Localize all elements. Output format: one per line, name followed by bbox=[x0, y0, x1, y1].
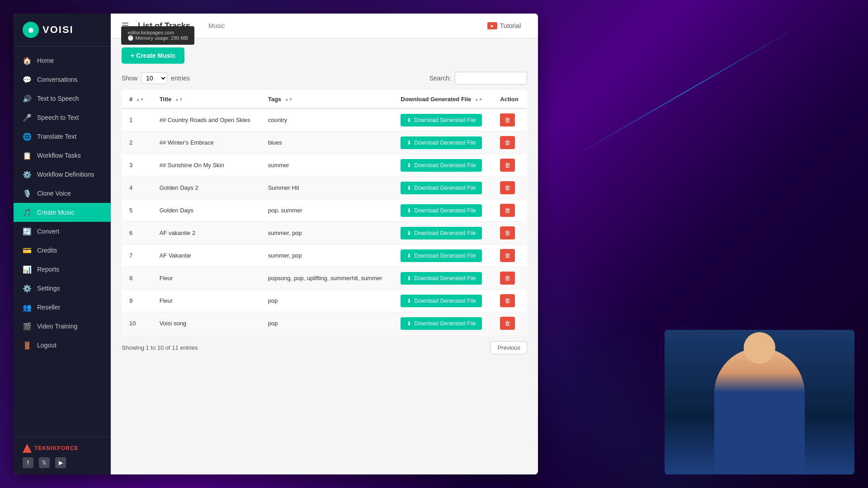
reseller-icon: 👥 bbox=[23, 303, 32, 312]
table-body: 1 ## Country Roads and Open Skies countr… bbox=[122, 108, 527, 335]
sidebar-item-reseller[interactable]: 👥 Reseller bbox=[14, 298, 111, 317]
create-music-icon: 🎵 bbox=[23, 208, 32, 217]
cell-title: ## Country Roads and Open Skies bbox=[152, 108, 261, 131]
sidebar-item-translate-text[interactable]: 🌐 Translate Text bbox=[14, 127, 111, 146]
delete-button[interactable]: 🗑 bbox=[500, 226, 515, 239]
memory-label: Memory usage: 290 MB bbox=[135, 35, 188, 41]
cell-tags: popsong, pop, uplifting, summerhit, summ… bbox=[261, 267, 394, 290]
create-music-label: Create Music bbox=[37, 209, 74, 216]
convert-icon: 🔄 bbox=[23, 227, 32, 236]
table-row: 4 Golden Days 2 Summer Hit ⬇ Download Ge… bbox=[122, 177, 527, 199]
delete-button[interactable]: 🗑 bbox=[500, 294, 515, 307]
previous-button[interactable]: Previous bbox=[491, 341, 527, 354]
memory-usage: 🕐 Memory usage: 290 MB bbox=[127, 35, 188, 41]
cell-download: ⬇ Download Generated File bbox=[393, 131, 493, 154]
credits-icon: 💳 bbox=[23, 246, 32, 255]
delete-button[interactable]: 🗑 bbox=[500, 159, 515, 172]
table-row: 10 Voisi song pop ⬇ Download Generated F… bbox=[122, 312, 527, 335]
main-content: ☰ List of Tracks Music Tutorial editor.k… bbox=[111, 14, 538, 474]
sidebar-item-logout[interactable]: 🚪 Logout bbox=[14, 336, 111, 355]
sidebar-item-clone-voice[interactable]: 🎙️ Clone Voice bbox=[14, 184, 111, 203]
col-download[interactable]: Download Generated File ▲▼ bbox=[393, 90, 493, 109]
social-links: f 𝕏 ▶ bbox=[23, 457, 102, 468]
top-bar: ☰ List of Tracks Music Tutorial editor.k… bbox=[111, 14, 538, 38]
sidebar-item-home[interactable]: 🏠 Home bbox=[14, 51, 111, 70]
delete-button[interactable]: 🗑 bbox=[500, 181, 515, 194]
cell-action: 🗑 bbox=[493, 267, 527, 290]
breadcrumb-music: Music bbox=[208, 22, 225, 29]
cell-title: Golden Days 2 bbox=[152, 177, 261, 199]
sidebar-logo: ◉ VOISI bbox=[14, 14, 111, 47]
logout-label: Logout bbox=[37, 342, 57, 349]
delete-button[interactable]: 🗑 bbox=[500, 136, 515, 149]
sidebar-item-reports[interactable]: 📊 Reports bbox=[14, 260, 111, 279]
cell-download: ⬇ Download Generated File bbox=[393, 108, 493, 131]
cell-download: ⬇ Download Generated File bbox=[393, 244, 493, 267]
search-input[interactable] bbox=[455, 72, 527, 84]
settings-icon: ⚙️ bbox=[23, 284, 32, 293]
col-tags[interactable]: Tags ▲▼ bbox=[261, 90, 394, 109]
download-button[interactable]: ⬇ Download Generated File bbox=[401, 295, 482, 307]
sidebar-item-convert[interactable]: 🔄 Convert bbox=[14, 222, 111, 241]
cell-title: AF Vakantie bbox=[152, 244, 261, 267]
create-music-button[interactable]: + Create Music bbox=[122, 47, 184, 64]
download-button[interactable]: ⬇ Download Generated File bbox=[401, 204, 482, 217]
tutorial-button[interactable]: Tutorial bbox=[481, 20, 527, 32]
reports-icon: 📊 bbox=[23, 265, 32, 274]
download-button[interactable]: ⬇ Download Generated File bbox=[401, 249, 482, 262]
delete-button[interactable]: 🗑 bbox=[500, 113, 515, 127]
sidebar-item-text-to-speech[interactable]: 🔊 Text to Speech bbox=[14, 89, 111, 108]
col-title[interactable]: Title ▲▼ bbox=[152, 90, 261, 109]
cell-download: ⬇ Download Generated File bbox=[393, 222, 493, 244]
download-icon: ⬇ bbox=[407, 140, 411, 146]
delete-button[interactable]: 🗑 bbox=[500, 204, 515, 217]
table-row: 9 Fleur pop ⬇ Download Generated File 🗑 bbox=[122, 290, 527, 312]
cell-action: 🗑 bbox=[493, 290, 527, 312]
youtube-icon[interactable]: ▶ bbox=[55, 457, 66, 468]
table-controls: Show 10 25 50 100 entries Search: bbox=[122, 72, 527, 84]
convert-label: Convert bbox=[37, 228, 59, 235]
download-button[interactable]: ⬇ Download Generated File bbox=[401, 159, 482, 172]
delete-button[interactable]: 🗑 bbox=[500, 272, 515, 285]
facebook-icon[interactable]: f bbox=[23, 457, 33, 468]
cell-tags: country bbox=[261, 108, 394, 131]
person-head bbox=[744, 332, 775, 364]
sidebar-item-video-training[interactable]: 🎬 Video Training bbox=[14, 317, 111, 336]
cell-num: 6 bbox=[122, 222, 152, 244]
sidebar-item-create-music[interactable]: 🎵 Create Music bbox=[14, 203, 111, 222]
col-num[interactable]: # ▲▼ bbox=[122, 90, 152, 109]
cell-num: 5 bbox=[122, 199, 152, 222]
cell-action: 🗑 bbox=[493, 199, 527, 222]
cell-tags: summer, pop bbox=[261, 244, 394, 267]
download-button[interactable]: ⬇ Download Generated File bbox=[401, 227, 482, 239]
video-training-icon: 🎬 bbox=[23, 322, 32, 331]
delete-button[interactable]: 🗑 bbox=[500, 317, 515, 330]
search-box: Search: bbox=[429, 72, 527, 84]
cell-title: AF vakantie 2 bbox=[152, 222, 261, 244]
sidebar-item-speech-to-text[interactable]: 🎤 Speech to Text bbox=[14, 108, 111, 127]
cell-action: 🗑 bbox=[493, 244, 527, 267]
teknikforce-brand: TEKNIKFORCE bbox=[23, 444, 102, 453]
sidebar-item-workflow-definitions[interactable]: ⚙️ Workflow Definitions bbox=[14, 165, 111, 184]
download-button[interactable]: ⬇ Download Generated File bbox=[401, 136, 482, 149]
twitter-icon[interactable]: 𝕏 bbox=[39, 457, 50, 468]
cell-action: 🗑 bbox=[493, 222, 527, 244]
conversations-icon: 💬 bbox=[23, 75, 32, 84]
conversations-label: Conversations bbox=[37, 76, 78, 83]
download-button[interactable]: ⬇ Download Generated File bbox=[401, 114, 482, 127]
delete-button[interactable]: 🗑 bbox=[500, 249, 515, 262]
cell-tags: blues bbox=[261, 131, 394, 154]
tracks-table: # ▲▼ Title ▲▼ Tags ▲▼ Download Generated… bbox=[122, 90, 527, 335]
entries-select[interactable]: 10 25 50 100 bbox=[141, 72, 167, 84]
download-button[interactable]: ⬇ Download Generated File bbox=[401, 272, 482, 285]
download-button[interactable]: ⬇ Download Generated File bbox=[401, 182, 482, 194]
sidebar-item-workflow-tasks[interactable]: 📋 Workflow Tasks bbox=[14, 146, 111, 165]
cell-download: ⬇ Download Generated File bbox=[393, 177, 493, 199]
sidebar-item-credits[interactable]: 💳 Credits bbox=[14, 241, 111, 260]
cell-action: 🗑 bbox=[493, 108, 527, 131]
sidebar-item-conversations[interactable]: 💬 Conversations bbox=[14, 70, 111, 89]
cell-num: 9 bbox=[122, 290, 152, 312]
cell-num: 1 bbox=[122, 108, 152, 131]
download-button[interactable]: ⬇ Download Generated File bbox=[401, 317, 482, 330]
sidebar-item-settings[interactable]: ⚙️ Settings bbox=[14, 279, 111, 298]
